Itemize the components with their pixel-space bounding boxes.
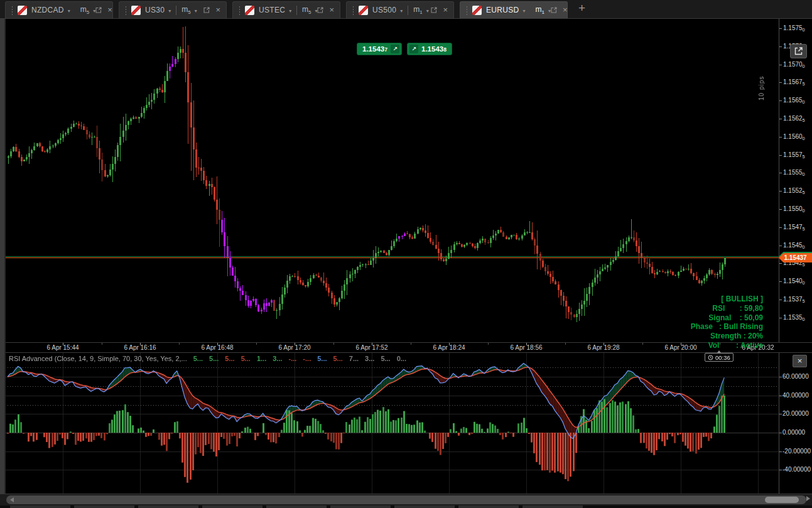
- signal-line: Vol : Active: [691, 341, 763, 350]
- tab-symbol-label: US30: [145, 6, 165, 14]
- close-tab-icon[interactable]: ×: [329, 7, 334, 13]
- price-scale-label[interactable]: 10 pips: [758, 68, 767, 100]
- indicator-param[interactable]: 1...: [257, 355, 266, 362]
- price-axis-label: 1.15625: [783, 115, 805, 123]
- bottom-panel-segment: [138, 505, 198, 508]
- price-axis[interactable]: 1.157501.157251.157001.156751.156501.156…: [779, 19, 812, 342]
- time-axis-minor-tick: [256, 343, 257, 345]
- tab-symbol-label: NZDCAD: [31, 6, 64, 14]
- indicator-param[interactable]: 3...: [273, 355, 282, 362]
- hscroll-track[interactable]: [6, 495, 806, 504]
- close-tab-icon[interactable]: ×: [107, 7, 112, 13]
- chart-hscrollbar[interactable]: [0, 494, 812, 505]
- tab-drag-handle[interactable]: [11, 6, 13, 15]
- popout-tab-icon[interactable]: [203, 7, 210, 13]
- time-axis-label: 6 Apr 19:28: [587, 344, 619, 351]
- price-axis-tick: [779, 65, 782, 65]
- rsi-axis-label: 40.00000: [782, 392, 809, 399]
- tab-drag-handle[interactable]: [239, 6, 241, 15]
- price-axis-tick: [779, 100, 782, 101]
- scroll-right-arrow-icon[interactable]: [806, 496, 810, 501]
- price-axis-label: 1.15500: [783, 205, 805, 213]
- symbol-dropdown-caret[interactable]: ▾: [289, 8, 291, 14]
- tab-drag-handle[interactable]: [466, 6, 468, 15]
- popout-tab-icon[interactable]: [317, 7, 323, 13]
- hscroll-thumb[interactable]: [765, 497, 799, 503]
- symbol-dropdown-caret[interactable]: ▾: [522, 8, 525, 14]
- popout-tab-icon[interactable]: [551, 7, 557, 13]
- indicator-param[interactable]: 7...: [349, 355, 359, 362]
- symbol-dropdown-caret[interactable]: ▾: [400, 8, 403, 14]
- time-axis-minor-tick: [642, 343, 643, 345]
- rsi-indicator-panel[interactable]: RSI Advanced (Close, 14, 9, Simple, 70, …: [0, 352, 812, 494]
- price-chart-canvas[interactable]: [0, 19, 779, 342]
- bid-quote-pill[interactable]: 1.15437 ↗: [357, 43, 402, 55]
- left-panel-splitter[interactable]: [0, 19, 6, 494]
- indicator-name[interactable]: RSI Advanced (Close, 14, 9, Simple, 70, …: [9, 355, 187, 362]
- price-axis-label: 1.15375: [783, 296, 805, 304]
- close-tab-icon[interactable]: ×: [563, 7, 568, 13]
- tab-drag-handle[interactable]: [352, 6, 354, 15]
- price-axis-tick: [779, 28, 782, 29]
- symbol-dropdown-caret[interactable]: ▾: [168, 8, 171, 14]
- rsi-indicator-canvas[interactable]: [0, 353, 779, 494]
- timeframe-selector[interactable]: m1: [413, 5, 422, 15]
- price-axis-label: 1.15675: [783, 78, 805, 87]
- price-axis-tick: [779, 246, 782, 246]
- timeframe-dropdown-caret[interactable]: ▾: [195, 8, 197, 14]
- chart-tab-us30[interactable]: US30▾m5▾×: [119, 1, 227, 18]
- indicator-param[interactable]: 5...: [225, 355, 234, 362]
- rsi-axis-label: -20.00000: [782, 448, 811, 455]
- rsi-axis-tick: [779, 470, 782, 470]
- bottom-panel-segment: [10, 505, 70, 508]
- price-axis-tick: [779, 281, 782, 282]
- scroll-left-arrow-icon[interactable]: [10, 497, 14, 502]
- bottom-panel-segment: [74, 505, 134, 508]
- price-axis-tick: [779, 318, 782, 318]
- indicator-param[interactable]: 5...: [241, 355, 251, 362]
- popout-chart-button[interactable]: [790, 44, 807, 58]
- symbol-dropdown-caret[interactable]: ▾: [68, 8, 70, 14]
- price-axis-tick: [779, 263, 782, 264]
- chart-tab-eurusd[interactable]: EURUSD▾m1▾×: [460, 1, 568, 18]
- rsi-axis[interactable]: 60.0000040.0000020.000000.00000-20.00000…: [779, 353, 812, 494]
- rsi-axis-tick: [779, 451, 782, 452]
- chart-tab-nzdcad[interactable]: NZDCAD▾m5▾×: [5, 1, 113, 18]
- indicator-param[interactable]: 5...: [193, 355, 203, 362]
- symbol-icon: [359, 6, 368, 15]
- price-axis-label: 1.15650: [783, 97, 805, 105]
- remove-indicator-button[interactable]: ×: [793, 355, 807, 367]
- close-tab-icon[interactable]: ×: [215, 7, 220, 13]
- popout-tab-icon[interactable]: [95, 7, 102, 13]
- rsi-axis-label: 0.00000: [782, 429, 805, 436]
- indicator-param[interactable]: 5...: [333, 355, 343, 362]
- popout-tab-icon[interactable]: [431, 7, 437, 13]
- price-chart-area[interactable]: 1.15437 ↗ ↗ 1.15438 10 pips [ BULLISH ]R…: [0, 19, 812, 342]
- tab-symbol-label: EURUSD: [486, 6, 519, 14]
- indicator-param[interactable]: -...: [303, 355, 311, 362]
- rsi-axis-tick: [779, 414, 782, 414]
- chart-tab-us500[interactable]: US500▾m1▾×: [346, 1, 454, 18]
- timeframe-selector[interactable]: m1: [536, 5, 544, 15]
- signal-line: Phase : Bull Rising: [691, 322, 763, 332]
- timeframe-dropdown-caret[interactable]: ▾: [426, 8, 429, 14]
- price-axis-tick: [779, 191, 782, 192]
- indicator-param[interactable]: 5...: [209, 355, 219, 362]
- new-chart-tab-button[interactable]: +: [578, 1, 585, 15]
- indicator-param[interactable]: 0...: [397, 355, 406, 362]
- close-tab-icon[interactable]: ×: [443, 7, 448, 13]
- tab-drag-handle[interactable]: [125, 6, 127, 15]
- indicator-param[interactable]: 3...: [365, 355, 374, 362]
- indicator-param[interactable]: -...: [289, 355, 297, 362]
- indicator-param[interactable]: 5...: [381, 355, 390, 362]
- indicator-header[interactable]: RSI Advanced (Close, 14, 9, Simple, 70, …: [9, 355, 406, 362]
- price-axis-tick: [779, 209, 782, 210]
- time-axis-label: 6 Apr 15:44: [46, 344, 78, 351]
- timeframe-selector[interactable]: m5: [181, 5, 190, 15]
- indicator-param[interactable]: 5...: [317, 355, 327, 362]
- ask-quote-pill[interactable]: ↗ 1.15438: [407, 43, 452, 55]
- chart-tab-ustec[interactable]: USTEC▾m5▾×: [232, 1, 340, 18]
- timeframe-selector[interactable]: m5: [302, 5, 311, 15]
- timeframe-selector[interactable]: m5: [80, 5, 89, 15]
- time-axis-minor-tick: [102, 343, 102, 345]
